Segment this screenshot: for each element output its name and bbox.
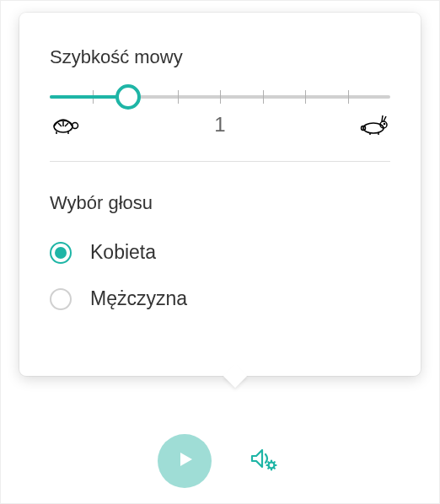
radio-label: Kobieta [90, 241, 156, 264]
voice-title: Wybór głosu [50, 192, 390, 214]
rabbit-icon [358, 114, 390, 136]
svg-line-16 [274, 468, 275, 469]
svg-line-15 [268, 462, 269, 463]
turtle-icon [50, 115, 80, 135]
svg-point-9 [384, 123, 384, 124]
speed-slider[interactable]: 1 [50, 95, 390, 136]
audio-settings-button[interactable] [245, 442, 282, 480]
radio-label: Mężczyzna [90, 287, 187, 310]
voice-option-male[interactable]: Mężczyzna [50, 287, 390, 310]
audio-settings-icon [249, 444, 279, 478]
svg-line-17 [268, 468, 269, 469]
slider-track [50, 95, 390, 99]
speed-center-label: 1 [214, 113, 225, 137]
play-icon [174, 448, 196, 474]
svg-line-18 [274, 462, 275, 463]
radio-indicator [50, 288, 72, 310]
voice-option-female[interactable]: Kobieta [50, 241, 390, 264]
radio-indicator [50, 242, 72, 264]
speed-title: Szybkość mowy [50, 46, 390, 68]
voice-settings-popup: Szybkość mowy [19, 13, 421, 376]
divider [50, 161, 390, 162]
play-button[interactable] [158, 434, 212, 488]
slider-thumb[interactable] [115, 84, 141, 110]
bottom-controls [1, 434, 439, 488]
voice-radio-group: Kobieta Mężczyzna [50, 241, 390, 310]
